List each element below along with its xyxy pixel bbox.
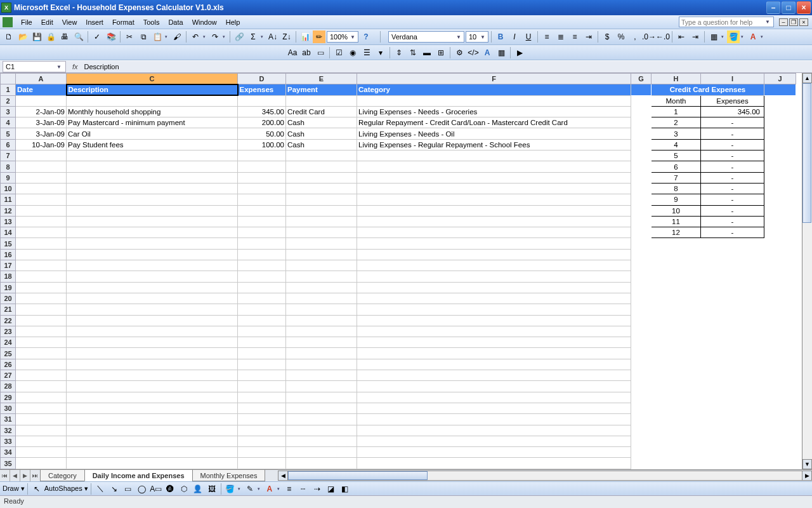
form-combo-icon[interactable]: ▾	[374, 46, 387, 59]
col-header[interactable]: H	[652, 74, 701, 84]
cell[interactable]	[631, 227, 652, 238]
form-scroll-icon[interactable]: ⇕	[393, 46, 405, 59]
cell[interactable]	[701, 293, 764, 304]
cell[interactable]	[286, 249, 357, 260]
cell[interactable]	[238, 205, 286, 216]
cell[interactable]	[67, 447, 238, 458]
cell[interactable]	[764, 161, 796, 172]
cell[interactable]	[631, 139, 652, 150]
close-button[interactable]: ×	[797, 1, 811, 14]
cell[interactable]	[67, 249, 238, 260]
cell[interactable]: -	[701, 205, 764, 216]
cell[interactable]	[764, 348, 796, 359]
cell[interactable]	[286, 150, 357, 161]
row-header[interactable]: 19	[1, 282, 16, 293]
cell[interactable]	[67, 95, 238, 106]
cell[interactable]	[16, 359, 67, 370]
col-header[interactable]: C	[67, 74, 238, 84]
row-header[interactable]: 25	[1, 348, 16, 359]
cell[interactable]	[357, 381, 631, 392]
cell[interactable]	[238, 161, 286, 172]
cell[interactable]	[764, 425, 796, 436]
cell[interactable]	[16, 425, 67, 436]
cell[interactable]: Cash	[286, 128, 357, 139]
cell[interactable]	[764, 337, 796, 348]
cell[interactable]	[238, 392, 286, 403]
save-icon[interactable]: 💾	[30, 30, 43, 43]
menu-edit[interactable]: Edit	[37, 17, 58, 27]
cell[interactable]	[701, 315, 764, 326]
help-search-input[interactable]: Type a question for help ▼	[679, 17, 774, 27]
cell[interactable]	[631, 249, 652, 260]
cell[interactable]	[286, 227, 357, 238]
col-header[interactable]: J	[764, 74, 796, 84]
cell[interactable]	[357, 403, 631, 413]
fill-color-draw-icon[interactable]: 🪣	[224, 483, 237, 495]
cell[interactable]	[67, 271, 238, 282]
form-checkbox-icon[interactable]: ☑	[332, 46, 345, 59]
cell[interactable]	[631, 337, 652, 348]
cell[interactable]	[16, 150, 67, 161]
cell[interactable]	[286, 315, 357, 326]
cell[interactable]	[286, 326, 357, 337]
menu-window[interactable]: Window	[188, 17, 221, 27]
cell[interactable]	[238, 447, 286, 458]
cell[interactable]	[652, 392, 701, 403]
cell[interactable]	[238, 238, 286, 249]
cell[interactable]	[764, 205, 796, 216]
cell[interactable]	[67, 315, 238, 326]
col-header[interactable]: G	[631, 74, 652, 84]
select-all-corner[interactable]	[1, 74, 16, 84]
draw-menu[interactable]: Draw ▾	[3, 485, 25, 493]
cell[interactable]	[764, 194, 796, 205]
cell[interactable]	[238, 172, 286, 183]
cell[interactable]: -	[701, 128, 764, 139]
cell[interactable]	[652, 370, 701, 381]
cell[interactable]	[701, 348, 764, 359]
cell[interactable]	[631, 392, 652, 403]
fx-icon[interactable]: fx	[72, 63, 78, 70]
row-header[interactable]: 29	[1, 392, 16, 403]
row-header[interactable]: 33	[1, 436, 16, 446]
cell[interactable]	[286, 403, 357, 413]
cell[interactable]	[67, 161, 238, 172]
zoom-select[interactable]: 100%▼	[327, 31, 358, 43]
cut-icon[interactable]: ✂	[123, 30, 136, 43]
cell[interactable]	[67, 359, 238, 370]
cell[interactable]	[286, 348, 357, 359]
cell[interactable]	[238, 348, 286, 359]
row-header[interactable]: 5	[1, 128, 16, 139]
cell[interactable]	[357, 447, 631, 458]
cell[interactable]	[16, 238, 67, 249]
cell[interactable]	[631, 84, 652, 95]
cell[interactable]: Regular Repayment - Credit Card/Loan - M…	[357, 117, 631, 128]
font-select[interactable]: Verdana▼	[388, 31, 464, 43]
cell[interactable]	[286, 392, 357, 403]
cell[interactable]	[286, 447, 357, 458]
row-header[interactable]: 34	[1, 447, 16, 458]
cell[interactable]	[67, 150, 238, 161]
row-header[interactable]: 13	[1, 216, 16, 227]
cell[interactable]: 10	[652, 205, 701, 216]
spreadsheet-grid[interactable]: ACDEFGHIJ1DateDescriptionExpensesPayment…	[0, 73, 812, 469]
sort-asc-icon[interactable]: A↓	[266, 30, 279, 43]
menu-help[interactable]: Help	[221, 17, 245, 27]
cell[interactable]	[238, 337, 286, 348]
cell[interactable]	[286, 95, 357, 106]
cell[interactable]	[16, 381, 67, 392]
sheet-tab[interactable]: Monthly Expenses	[192, 470, 266, 481]
cell[interactable]	[357, 282, 631, 293]
row-header[interactable]: 16	[1, 249, 16, 260]
cell[interactable]: 2-Jan-09	[16, 106, 67, 117]
cell[interactable]	[357, 249, 631, 260]
cell[interactable]	[764, 414, 796, 425]
cell[interactable]	[16, 271, 67, 282]
cell[interactable]	[357, 150, 631, 161]
cell[interactable]: Cash	[286, 117, 357, 128]
cell[interactable]: -	[701, 117, 764, 128]
cell[interactable]	[67, 282, 238, 293]
cell[interactable]: Expenses	[238, 84, 286, 95]
cell[interactable]	[357, 293, 631, 304]
cell[interactable]	[67, 216, 238, 227]
form-group-icon[interactable]: ▭	[314, 46, 327, 59]
